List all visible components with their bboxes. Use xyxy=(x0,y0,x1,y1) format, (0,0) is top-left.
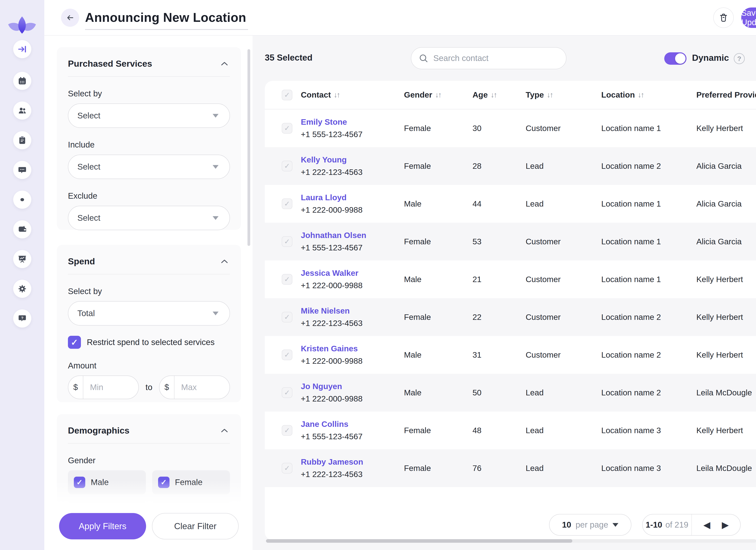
contact-name-link[interactable]: Kristen Gaines xyxy=(301,344,404,353)
section-title: Demographics xyxy=(68,425,130,436)
back-button[interactable] xyxy=(61,9,79,27)
search-contact-input[interactable] xyxy=(433,54,555,63)
previous-page-button[interactable]: ◀ xyxy=(703,520,710,529)
sort-icon[interactable]: ↓↑ xyxy=(547,91,553,99)
chevron-up-icon[interactable] xyxy=(219,58,230,69)
row-checkbox[interactable] xyxy=(282,123,292,134)
column-header: Gender xyxy=(404,90,432,100)
row-checkbox[interactable] xyxy=(282,236,292,247)
row-checkbox[interactable] xyxy=(282,274,292,284)
age-cell: 76 xyxy=(473,464,526,473)
sort-icon[interactable]: ↓↑ xyxy=(334,91,340,99)
table-row[interactable]: Emily Stone +1 555-123-4567 Female 30 Cu… xyxy=(265,109,756,147)
sidebar-item-record[interactable] xyxy=(13,191,31,209)
sort-icon[interactable]: ↓↑ xyxy=(435,91,441,99)
table-row[interactable]: Jane Collins +1 555-123-4567 Female 48 L… xyxy=(265,411,756,449)
sidebar-item-billing[interactable] xyxy=(13,220,31,239)
spend-select-by-dropdown[interactable]: Total xyxy=(68,301,230,325)
table-row[interactable]: Johnathan Olsen +1 555-123-4567 Female 5… xyxy=(265,223,756,261)
exclude-dropdown[interactable]: Select xyxy=(68,206,230,230)
contact-name-link[interactable]: Emily Stone xyxy=(301,118,404,127)
wallet-icon xyxy=(18,225,27,234)
location-cell: Location name 1 xyxy=(601,124,696,133)
chevron-up-icon[interactable] xyxy=(219,425,230,436)
row-checkbox[interactable] xyxy=(282,161,292,171)
contact-name-link[interactable]: Laura Lloyd xyxy=(301,193,404,202)
contact-name-link[interactable]: Jane Collins xyxy=(301,420,404,429)
delete-button[interactable] xyxy=(713,7,734,28)
max-amount-input[interactable] xyxy=(174,382,230,392)
row-checkbox[interactable] xyxy=(282,387,292,398)
chevron-up-icon[interactable] xyxy=(219,256,230,267)
sidebar-item-calendar[interactable] xyxy=(13,72,31,90)
location-cell: Location name 2 xyxy=(601,350,696,359)
save-updates-button[interactable]: Save Updates xyxy=(741,7,756,28)
type-cell: Customer xyxy=(526,350,601,359)
filter-panel: Purchased Services Select by Select Incl… xyxy=(44,36,253,550)
selected-count: 35 Selected xyxy=(265,53,312,63)
clear-filter-button[interactable]: Clear Filter xyxy=(152,513,239,539)
type-cell: Lead xyxy=(526,426,601,435)
contact-name-link[interactable]: Jessica Walker xyxy=(301,269,404,278)
row-checkbox[interactable] xyxy=(282,463,292,473)
dynamic-toggle[interactable] xyxy=(664,52,687,65)
filter-fade xyxy=(44,480,251,507)
row-checkbox[interactable] xyxy=(282,349,292,360)
sort-icon[interactable]: ↓↑ xyxy=(638,91,644,99)
gender-cell: Male xyxy=(404,350,473,359)
contact-name-link[interactable]: Mike Nielsen xyxy=(301,306,404,315)
contact-phone: +1 555-123-4567 xyxy=(301,243,404,253)
location-cell: Location name 2 xyxy=(601,162,696,171)
pagination-control: 1-10 of 219 ◀ ▶ xyxy=(642,514,741,536)
sidebar-item-contacts[interactable] xyxy=(13,102,31,120)
contact-name-link[interactable]: Johnathan Olsen xyxy=(301,231,404,240)
calendar-icon xyxy=(18,76,27,86)
contact-name-link[interactable]: Kelly Young xyxy=(301,155,404,165)
per-page-dropdown[interactable]: 10 per page xyxy=(549,514,631,536)
sidebar-item-tasks[interactable] xyxy=(13,131,31,149)
restrict-spend-checkbox[interactable]: Restrict spend to selected services xyxy=(68,336,230,349)
help-bubble-icon: ? xyxy=(18,314,27,323)
filter-footer: Apply Filters Clear Filter xyxy=(44,505,253,550)
horizontal-scrollbar-thumb[interactable] xyxy=(266,539,572,543)
table-row[interactable]: Jo Nguyen +1 222-000-9988 Male 50 Lead L… xyxy=(265,374,756,411)
sidebar-item-settings[interactable] xyxy=(13,280,31,298)
sort-icon[interactable]: ↓↑ xyxy=(490,91,496,99)
table-row[interactable]: Kelly Young +1 222-123-4563 Female 28 Le… xyxy=(265,147,756,185)
table-row[interactable]: Laura Lloyd +1 222-000-9988 Male 44 Lead… xyxy=(265,185,756,223)
amount-max-field: $ xyxy=(159,375,230,399)
table-row[interactable]: Rubby Jameson +1 222-123-4563 Female 76 … xyxy=(265,449,756,487)
include-dropdown[interactable]: Select xyxy=(68,155,230,179)
row-checkbox[interactable] xyxy=(282,312,292,322)
contact-name-link[interactable]: Rubby Jameson xyxy=(301,457,404,467)
next-page-button[interactable]: ▶ xyxy=(722,520,729,529)
sidebar-item-messages[interactable] xyxy=(13,161,31,179)
table-row[interactable]: Kristen Gaines +1 222-000-9988 Male 31 C… xyxy=(265,336,756,374)
divider xyxy=(68,76,230,77)
location-cell: Location name 2 xyxy=(601,312,696,322)
filter-scrollbar[interactable] xyxy=(247,49,250,246)
contact-phone: +1 222-000-9988 xyxy=(301,356,404,366)
gender-cell: Female xyxy=(404,237,473,246)
age-cell: 31 xyxy=(473,350,526,359)
provider-cell: Leila McDougle xyxy=(696,388,756,397)
sidebar-item-help[interactable]: ? xyxy=(13,309,31,327)
type-cell: Lead xyxy=(526,162,601,171)
dynamic-help-icon[interactable]: ? xyxy=(734,53,745,64)
gear-icon xyxy=(18,284,27,293)
table-row[interactable]: Jessica Walker +1 222-000-9988 Male 21 C… xyxy=(265,261,756,298)
row-checkbox[interactable] xyxy=(282,199,292,209)
amount-label: Amount xyxy=(68,361,230,370)
select-all-checkbox[interactable] xyxy=(282,90,292,100)
min-amount-input[interactable] xyxy=(83,382,138,392)
provider-cell: Kelly Herbert xyxy=(696,312,756,322)
horizontal-scrollbar-track[interactable] xyxy=(266,539,756,543)
apply-filters-button[interactable]: Apply Filters xyxy=(59,513,146,539)
purchased-select-by-dropdown[interactable]: Select xyxy=(68,104,230,128)
contact-name-link[interactable]: Jo Nguyen xyxy=(301,382,404,391)
row-checkbox[interactable] xyxy=(282,425,292,436)
table-row[interactable]: Mike Nielsen +1 222-123-4563 Female 22 C… xyxy=(265,298,756,336)
sidebar-item-reports[interactable] xyxy=(13,250,31,268)
collapse-sidebar-button[interactable] xyxy=(13,40,31,58)
caret-down-icon xyxy=(213,216,219,220)
